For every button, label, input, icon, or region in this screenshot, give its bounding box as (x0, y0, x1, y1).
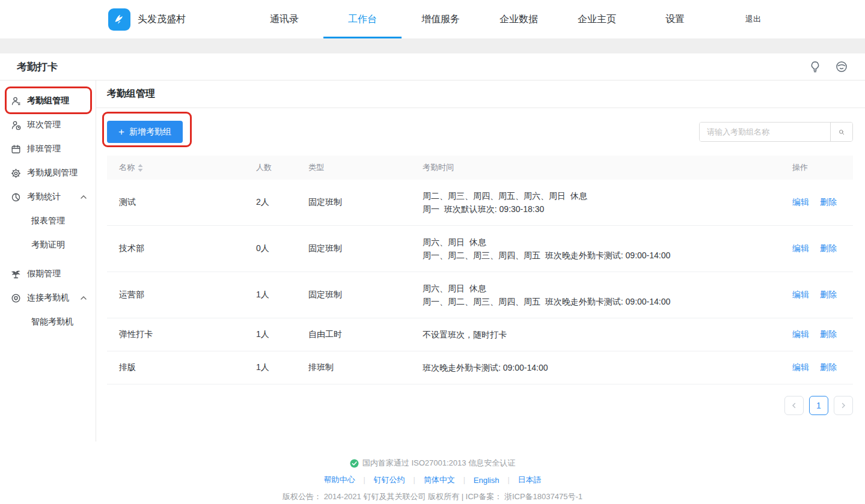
group-name: 技术部 (107, 243, 256, 254)
sort-icon[interactable] (138, 164, 143, 172)
edit-link[interactable]: 编辑 (792, 362, 809, 373)
lang-simplified-chinese-link[interactable]: 简体中文 (424, 475, 455, 485)
table-header: 名称 人数 类型 考勤时间 操作 (107, 156, 853, 180)
section-heading: 考勤组管理 (96, 80, 865, 108)
group-type: 排班制 (308, 362, 423, 373)
group-name: 测试 (107, 197, 256, 208)
sidebar-item-label: 假期管理 (27, 269, 61, 279)
sidebar-item-connect-attendance-machine[interactable]: 连接考勤机 (0, 286, 96, 310)
sidebar-item-holiday-management[interactable]: 假期管理 (0, 262, 96, 286)
lightbulb-icon[interactable] (808, 60, 822, 73)
device-icon (11, 293, 21, 303)
pagination: 1 (107, 384, 853, 427)
footer-links: 帮助中心| 钉钉公约| 简体中文| English| 日本語 (0, 475, 865, 485)
sidebar: 考勤组管理 班次管理 排班管理 考勤规则管理 考勤统计 (0, 80, 96, 442)
group-type: 固定班制 (308, 197, 423, 208)
attendance-time: 周六、周日 休息周一、周二、周三、周四、周五 班次晚走外勤卡测试: 09:00-… (423, 226, 792, 272)
sidebar-item-attendance-statistics[interactable]: 考勤统计 (0, 185, 96, 209)
member-count: 1人 (256, 329, 308, 340)
search-icon (839, 129, 845, 135)
member-count: 0人 (256, 243, 308, 254)
dingtalk-logo-icon (108, 8, 130, 31)
sidebar-item-label: 报表管理 (31, 216, 65, 226)
sidebar-item-scheduling[interactable]: 排班管理 (0, 137, 96, 161)
tab-workbench[interactable]: 工作台 (323, 0, 402, 38)
edit-link[interactable]: 编辑 (792, 329, 809, 340)
delete-link[interactable]: 删除 (820, 362, 837, 373)
add-attendance-group-button[interactable]: + 新增考勤组 (107, 121, 183, 143)
sidebar-item-report-management[interactable]: 报表管理 (0, 209, 96, 233)
table-row: 测试 2人 固定班制 周二、周三、周四、周五、周六、周日 休息周一 班次默认班次… (107, 180, 853, 226)
table-row: 弹性打卡 1人 自由工时 不设置班次，随时打卡 编辑删除 (107, 318, 853, 351)
edit-link[interactable]: 编辑 (792, 243, 809, 254)
calendar-icon (11, 144, 21, 154)
shield-check-icon (350, 459, 359, 468)
sidebar-item-attendance-proof[interactable]: 考勤证明 (0, 233, 96, 257)
member-count: 2人 (256, 197, 308, 208)
nav-tabs: 通讯录 工作台 增值服务 企业数据 企业主页 设置 退出 (245, 0, 792, 38)
search-input[interactable] (700, 123, 830, 141)
tab-enterprise-data[interactable]: 企业数据 (480, 0, 558, 38)
search-button[interactable] (830, 123, 852, 141)
copyright-text: 版权公告： 2014-2021 钉钉及其关联公司 版权所有 | ICP备案： 浙… (0, 491, 865, 502)
group-type: 自由工时 (308, 329, 423, 340)
divider: | (363, 476, 365, 484)
help-center-link[interactable]: 帮助中心 (323, 475, 355, 485)
group-name: 弹性打卡 (107, 329, 256, 340)
column-header-count: 人数 (256, 162, 308, 173)
user-icon (11, 96, 21, 106)
tab-contacts[interactable]: 通讯录 (245, 0, 323, 38)
group-name: 运营部 (107, 290, 256, 300)
next-page-button[interactable] (834, 396, 853, 415)
pie-chart-icon (11, 192, 21, 202)
delete-link[interactable]: 删除 (820, 329, 837, 340)
page-number-button[interactable]: 1 (809, 396, 828, 415)
column-header-name[interactable]: 名称 (107, 162, 256, 173)
tab-value-added-services[interactable]: 增值服务 (402, 0, 480, 38)
sidebar-item-label: 排班管理 (27, 144, 61, 154)
company-name: 头发茂盛村 (138, 13, 186, 26)
attendance-time: 周二、周三、周四、周五、周六、周日 休息周一 班次默认班次: 09:30-18:… (423, 180, 792, 225)
sidebar-item-label: 连接考勤机 (27, 293, 69, 303)
chevron-up-icon[interactable] (80, 294, 87, 302)
page-title: 考勤打卡 (17, 60, 58, 74)
edit-link[interactable]: 编辑 (792, 197, 809, 208)
chevron-right-icon (840, 402, 846, 408)
search-box (699, 122, 853, 142)
sidebar-item-attendance-groups[interactable]: 考勤组管理 (0, 89, 96, 113)
sidebar-item-label: 班次管理 (27, 120, 61, 130)
chevron-up-icon[interactable] (80, 193, 87, 201)
dingtalk-convention-link[interactable]: 钉钉公约 (374, 475, 405, 485)
delete-link[interactable]: 删除 (820, 243, 837, 254)
column-header-actions: 操作 (792, 162, 853, 173)
delete-link[interactable]: 删除 (820, 290, 837, 300)
brand: 头发茂盛村 (108, 8, 245, 31)
attendance-time: 班次晚走外勤卡测试: 09:00-14:00 (423, 351, 792, 384)
table-row: 技术部 0人 固定班制 周六、周日 休息周一、周二、周三、周四、周五 班次晚走外… (107, 226, 853, 272)
page-titlebar: 考勤打卡 (0, 53, 865, 80)
lang-japanese-link[interactable]: 日本語 (518, 475, 542, 485)
gear-icon (11, 168, 21, 178)
sidebar-item-label: 智能考勤机 (31, 317, 73, 327)
main-panel: 考勤组管理 + 新增考勤组 名称 人数 类型 考勤时间 操作 (96, 80, 865, 442)
lang-english-link[interactable]: English (474, 476, 500, 485)
chevron-left-icon (791, 402, 797, 408)
separator-strip (0, 38, 865, 53)
delete-link[interactable]: 删除 (820, 197, 837, 208)
sidebar-item-smart-attendance-machine[interactable]: 智能考勤机 (0, 310, 96, 334)
sidebar-item-shift-management[interactable]: 班次管理 (0, 113, 96, 137)
user-clock-icon (11, 120, 21, 130)
edit-link[interactable]: 编辑 (792, 290, 809, 300)
column-header-time: 考勤时间 (423, 162, 792, 173)
sidebar-item-attendance-rules[interactable]: 考勤规则管理 (0, 161, 96, 185)
attendance-time: 周六、周日 休息周一、周二、周三、周四、周五 班次晚走外勤卡测试: 09:00-… (423, 272, 792, 318)
customer-service-icon[interactable] (835, 60, 848, 73)
logout-button[interactable]: 退出 (714, 0, 792, 38)
tab-enterprise-homepage[interactable]: 企业主页 (558, 0, 636, 38)
group-name: 排版 (107, 362, 256, 373)
security-cert-line: 国内首家通过 ISO27001:2013 信息安全认证 (0, 458, 865, 469)
group-type: 固定班制 (308, 290, 423, 300)
tab-settings[interactable]: 设置 (636, 0, 714, 38)
member-count: 1人 (256, 362, 308, 373)
prev-page-button[interactable] (784, 396, 804, 415)
